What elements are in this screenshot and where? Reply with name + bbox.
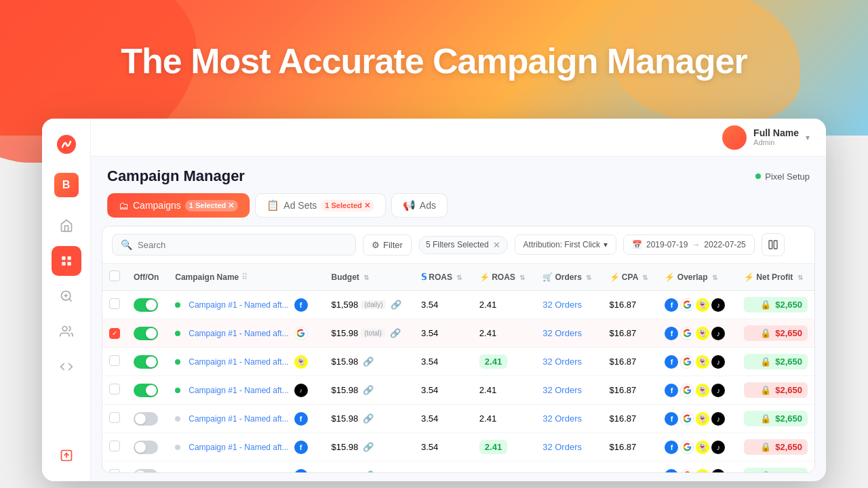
filter-icon: ⚙ [372,240,380,250]
profit-value-cell: 🔒 $2,650 [744,382,808,398]
filter-button[interactable]: ⚙ Filter [363,235,412,256]
fb-icon: f [665,469,678,473]
row-checkbox[interactable] [109,384,120,394]
date-range-picker[interactable]: 📅 2019-07-19 → 2022-07-25 [623,235,755,255]
search-box[interactable]: 🔍 [112,234,356,256]
filters-selected-badge[interactable]: 5 Filters Selected ✕ [418,236,508,254]
campaign-name-link[interactable]: Campaign #1 - Named aft... [189,300,288,310]
cpa-icon: ⚡ [610,272,620,282]
attribution-select[interactable]: Attribution: First Click ▾ [515,235,616,255]
row-toggle[interactable] [134,469,158,473]
row-profit-cell: 🔒 $2,650 [737,433,814,462]
row-platform-icon: 👻 [294,355,308,369]
user-info[interactable]: Full Name Admin ▾ [722,125,810,150]
attribution-label: Attribution: First Click [524,240,600,249]
row-roas-platform-cell: 3.54 [414,348,473,376]
row-toggle[interactable] [134,384,158,397]
date-end: 2022-07-25 [704,240,745,249]
orders-link[interactable]: 32 Orders [542,328,582,338]
row-roas-platform-cell: 3.54 [414,433,473,462]
google-icon [680,469,694,473]
svg-rect-12 [774,241,777,249]
campaign-name-link[interactable]: Campaign #1 - Named aft... [189,471,288,473]
campaign-name-link[interactable]: Campaign #1 - Named aft... [189,329,288,338]
overlap-header[interactable]: ⚡ Overlap ⇅ [658,264,736,291]
tab-adsets[interactable]: 📋 Ad Sets 1 Selected ✕ [255,193,386,218]
campaign-name-header[interactable]: Campaign Name ⠿ [168,264,324,291]
filters-clear-icon[interactable]: ✕ [493,240,500,250]
roas-triple-header[interactable]: ⚡ ROAS ⇅ [473,264,536,291]
user-avatar [722,125,747,150]
row-checkbox[interactable] [109,355,120,366]
columns-toggle-button[interactable] [762,233,785,256]
orders-link[interactable]: 32 Orders [542,385,582,395]
profit-lock-icon: 🔒 [760,328,771,338]
row-toggle[interactable] [134,327,158,340]
row-checkbox[interactable] [109,412,120,423]
row-toggle[interactable] [134,355,158,369]
row-checkbox[interactable] [109,441,120,451]
search-icon: 🔍 [121,239,132,250]
profit-header[interactable]: ⚡ Net Profit ⇅ [737,264,814,291]
row-toggle[interactable] [134,298,158,312]
row-cpa-cell: $16.87 [603,433,658,462]
svg-rect-2 [67,256,71,260]
row-toggle[interactable] [134,441,158,454]
tab-ads[interactable]: 📢 Ads [391,193,448,218]
roas-platform-header[interactable]: 𝕊 ROAS ⇅ [414,264,473,291]
orders-link[interactable]: 32 Orders [542,300,582,310]
campaign-name-link[interactable]: Campaign #1 - Named aft... [189,386,288,395]
row-checkbox[interactable] [109,298,120,309]
campaign-name-link[interactable]: Campaign #1 - Named aft... [189,357,288,367]
sidebar-item-home[interactable] [52,211,81,241]
row-profit-cell: 🔒 $2,650 [737,462,814,473]
pixel-setup-button[interactable]: Pixel Setup [755,171,810,182]
google-icon [680,384,694,397]
snap-icon: 👻 [696,355,709,369]
tab-campaigns[interactable]: 🗂 Campaigns 1 Selected ✕ [107,193,250,218]
row-orders-cell: 32 Orders [536,291,602,319]
orders-header[interactable]: 🛒 Orders ⇅ [536,264,602,291]
profit-value: $2,650 [775,328,802,338]
orders-link[interactable]: 32 Orders [542,442,582,452]
sidebar-item-users[interactable] [52,317,81,346]
row-overlap-cell: f👻♪ [658,376,736,405]
orders-link[interactable]: 32 Orders [542,470,582,472]
campaign-name-link[interactable]: Campaign #1 - Named aft... [189,443,288,452]
sidebar-item-upload[interactable] [52,441,81,470]
row-cpa-cell: $16.87 [603,348,658,376]
budget-link-icon: 🔗 [391,300,401,310]
budget-header[interactable]: Budget ⇅ [324,264,414,291]
budget-link-icon: 🔗 [390,328,401,338]
orders-link[interactable]: 32 Orders [542,413,582,424]
row-select-cell [102,348,127,376]
row-checkbox[interactable] [109,469,120,472]
select-all-checkbox[interactable] [109,270,120,281]
row-platform-icon: ♪ [294,384,308,397]
row-toggle-cell [127,348,168,376]
sidebar-item-analytics[interactable] [52,281,81,311]
roas-platform-value: 3.54 [421,328,438,338]
row-cpa-cell: $16.87 [603,405,658,433]
profit-value-cell: 🔒 $2,650 [744,325,808,341]
row-platform-icon: f [294,298,308,312]
campaign-name-link[interactable]: Campaign #1 - Named aft... [189,414,288,424]
row-orders-cell: 32 Orders [536,462,602,473]
sidebar-item-dashboard[interactable] [52,246,81,276]
table-row: Campaign #1 - Named aft... ♪ $15.98 🔗 3.… [102,376,814,405]
search-input[interactable] [138,240,347,250]
roas-platform-value: 3.54 [421,413,438,424]
cpa-value: $16.87 [610,470,637,472]
row-toggle-cell [127,319,168,348]
row-orders-cell: 32 Orders [536,319,602,348]
row-roas-platform-cell: 3.54 [414,376,473,405]
row-checkbox[interactable]: ✓ [109,328,120,339]
sidebar-item-code[interactable] [52,352,81,382]
orders-link[interactable]: 32 Orders [542,357,582,367]
google-icon [680,298,694,312]
row-profit-cell: 🔒 $2,650 [737,319,814,348]
cpa-header[interactable]: ⚡ CPA ⇅ [603,264,658,291]
tiktok-icon: ♪ [711,441,725,454]
row-toggle[interactable] [134,412,158,426]
row-name-cell: Campaign #1 - Named aft... f [168,462,324,473]
